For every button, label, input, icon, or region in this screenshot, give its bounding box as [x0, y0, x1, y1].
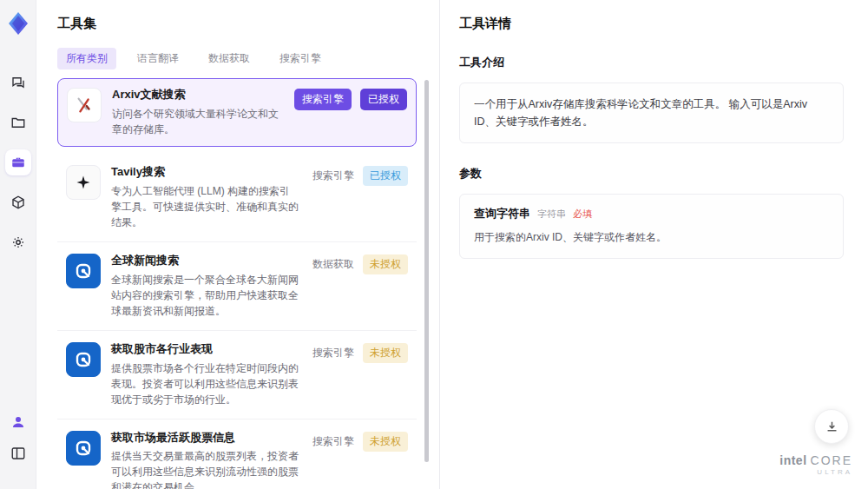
tab-search-engine[interactable]: 搜索引擎 [271, 48, 330, 69]
tool-description: 专为人工智能代理 (LLM) 构建的搜索引擎工具。可快速提供实时、准确和真实的结… [111, 183, 299, 230]
search-logo-icon [66, 431, 101, 466]
tool-description: 访问各个研究领域大量科学论文和文章的存储库。 [112, 106, 280, 137]
tool-name: Arxiv文献搜索 [112, 88, 280, 102]
tool-detail-panel: 工具详情 工具介绍 一个用于从Arxiv存储库搜索科学论文和文章的工具。 输入可… [439, 0, 868, 489]
category-label: 搜索引擎 [312, 434, 354, 449]
download-icon [825, 420, 839, 434]
left-rail [0, 0, 36, 489]
sidebar-item-chat[interactable] [5, 69, 31, 96]
panel-toggle-icon [10, 446, 26, 461]
intel-wordmark: intel [779, 453, 806, 467]
param-required-flag: 必填 [573, 208, 592, 221]
briefcase-icon [10, 155, 26, 170]
ultra-wordmark: ULTRA [779, 469, 852, 477]
tool-description: 全球新闻搜索是一个聚合全球各大新闻网站内容的搜索引擎，帮助用户快速获取全球最新资… [111, 272, 299, 319]
param-name: 查询字符串 [474, 206, 530, 221]
authorized-chip: 已授权 [363, 166, 408, 186]
cube-icon [10, 195, 26, 210]
list-scrollbar[interactable] [424, 80, 429, 462]
sidebar-item-packages[interactable] [5, 189, 31, 215]
intro-section-title: 工具介绍 [459, 55, 844, 70]
page-title: 工具集 [57, 16, 417, 32]
gear-icon [10, 235, 26, 250]
tool-card-tavily[interactable]: Tavily搜索 专为人工智能代理 (LLM) 构建的搜索引擎工具。可快速提供实… [57, 154, 417, 242]
tool-list: Arxiv文献搜索 访问各个研究领域大量科学论文和文章的存储库。 搜索引擎 已授… [57, 78, 417, 489]
core-wordmark: CORE [811, 453, 852, 467]
tavily-star-icon [66, 165, 101, 200]
category-label: 搜索引擎 [312, 346, 354, 360]
app-logo [5, 10, 31, 36]
unauthorized-chip: 未授权 [363, 432, 408, 452]
authorized-badge[interactable]: 已授权 [360, 89, 407, 110]
chat-icon [10, 75, 26, 90]
arxiv-logo-icon [67, 88, 102, 122]
tool-description: 提供股票市场各个行业在特定时间段内的表现。投资者可以利用这些信息来识别表现优于或… [111, 360, 299, 407]
tool-name: Tavily搜索 [111, 165, 299, 180]
intel-core-logo: intelCORE ULTRA [779, 454, 852, 477]
sidebar-item-files[interactable] [5, 109, 31, 135]
parameter-card: 查询字符串 字符串 必填 用于搜索的Arxiv ID、关键字或作者姓名。 [459, 194, 844, 259]
tab-data-fetch[interactable]: 数据获取 [200, 48, 259, 69]
tool-card-global-news[interactable]: 全球新闻搜索 全球新闻搜索是一个聚合全球各大新闻网站内容的搜索引擎，帮助用户快速… [57, 242, 417, 331]
tool-card-most-active-stocks[interactable]: 获取市场最活跃股票信息 提供当天交易量最高的股票列表，投资者可以利用这些信息来识… [57, 420, 417, 489]
tool-card-arxiv[interactable]: Arxiv文献搜索 访问各个研究领域大量科学论文和文章的存储库。 搜索引擎 已授… [57, 78, 417, 147]
folder-icon [10, 115, 26, 130]
search-logo-icon [66, 342, 101, 377]
param-type: 字符串 [537, 208, 566, 221]
tool-intro-text: 一个用于从Arxiv存储库搜索科学论文和文章的工具。 输入可以是Arxiv ID… [459, 83, 844, 143]
tool-list-panel: 工具集 所有类别 语言翻译 数据获取 搜索引擎 Arxiv文献搜索 访问各个研究… [36, 0, 439, 489]
category-badge[interactable]: 搜索引擎 [294, 89, 352, 110]
sidebar-item-user[interactable] [5, 409, 31, 435]
tool-name: 全球新闻搜索 [111, 254, 299, 268]
sidebar-item-toolbox[interactable] [5, 149, 31, 175]
tool-description: 提供当天交易量最高的股票列表，投资者可以利用这些信息来识别流动性强的股票和潜在的… [111, 448, 299, 489]
detail-title: 工具详情 [459, 16, 844, 32]
category-label: 搜索引擎 [312, 169, 354, 183]
tool-card-sector-performance[interactable]: 获取股市各行业表现 提供股票市场各个行业在特定时间段内的表现。投资者可以利用这些… [57, 331, 417, 420]
unauthorized-chip: 未授权 [363, 254, 408, 274]
param-description: 用于搜索的Arxiv ID、关键字或作者姓名。 [474, 229, 829, 245]
download-button[interactable] [814, 409, 849, 444]
tab-all-categories[interactable]: 所有类别 [57, 48, 116, 69]
category-label: 数据获取 [312, 257, 354, 272]
tool-name: 获取市场最活跃股票信息 [111, 431, 299, 446]
unauthorized-chip: 未授权 [363, 343, 408, 363]
user-icon [10, 414, 26, 430]
params-section-title: 参数 [459, 166, 844, 182]
sidebar-item-panel-toggle[interactable] [5, 440, 31, 466]
tool-name: 获取股市各行业表现 [111, 342, 299, 357]
tab-language-translation[interactable]: 语言翻译 [128, 48, 187, 69]
sidebar-item-settings[interactable] [5, 229, 31, 255]
search-logo-icon [66, 254, 101, 288]
category-tabs: 所有类别 语言翻译 数据获取 搜索引擎 [57, 48, 417, 69]
